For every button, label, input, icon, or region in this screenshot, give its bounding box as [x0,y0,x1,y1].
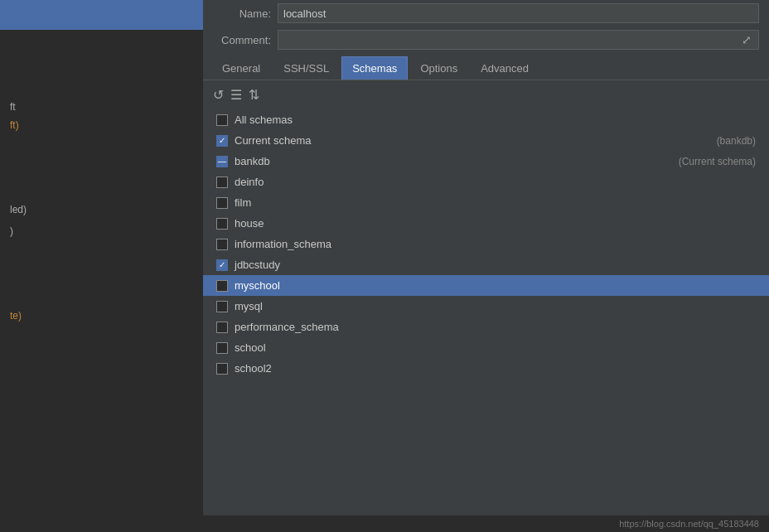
schema-item-myschool[interactable]: myschool [203,275,769,296]
schema-checkbox-deinfo[interactable] [216,177,228,188]
schema-checkbox-all-schemas[interactable] [216,114,228,126]
refresh-icon[interactable]: ↺ [213,87,224,103]
sidebar-item-ft: ft [0,96,203,118]
tab-advanced[interactable]: Advanced [470,56,539,80]
schema-label-film: film [235,196,756,209]
sidebar-item-led: led) [0,199,203,220]
schema-checkbox-school[interactable] [216,342,228,354]
tab-schemas[interactable]: Schemas [341,56,408,80]
comment-input[interactable] [282,34,738,46]
schema-label-school2: school2 [235,362,756,375]
schema-item-bankdb[interactable]: — bankdb (Current schema) [203,151,769,172]
sidebar: ft ft) led) ) te) [0,0,203,532]
schema-item-all-schemas[interactable]: All schemas [203,109,769,130]
schema-checkbox-current-schema[interactable]: ✓ [216,135,228,147]
schema-label-information-schema: information_schema [235,238,756,250]
schema-checkbox-jdbcstudy[interactable]: ✓ [216,259,228,271]
schema-checkbox-school2[interactable] [216,363,228,375]
schema-item-house[interactable]: house [203,213,769,234]
schema-label-school: school [235,341,756,354]
schema-item-jdbcstudy[interactable]: ✓ jdbcstudy [203,254,769,275]
status-bar: https://blog.csdn.net/qq_45183448 [203,515,769,532]
schema-item-information-schema[interactable]: information_schema [203,234,769,254]
name-input[interactable] [278,3,759,23]
schema-item-school2[interactable]: school2 [203,358,769,379]
tab-general[interactable]: General [211,56,271,80]
schema-item-deinfo[interactable]: deinfo [203,172,769,192]
schema-label-all-schemas: All schemas [235,114,756,126]
schema-checkbox-house[interactable] [216,218,228,230]
schema-label-performance-schema: performance_schema [235,321,756,333]
schema-item-school[interactable]: school [203,337,769,358]
schema-checkbox-information-schema[interactable] [216,239,228,250]
filter-icon[interactable]: ☰ [230,87,242,103]
sidebar-active-item[interactable] [0,0,203,30]
name-row: Name: [203,0,769,27]
schema-label-mysql: mysql [235,300,756,312]
schema-checkbox-bankdb[interactable]: — [216,156,228,167]
tabs-bar: General SSH/SSL Schemas Options Advanced [203,56,769,80]
name-label: Name: [213,7,271,20]
tab-options[interactable]: Options [409,56,468,80]
schema-list: All schemas ✓ Current schema (bankdb) — … [203,109,769,515]
schema-label-myschool: myschool [235,279,756,292]
schema-checkbox-myschool[interactable] [216,280,228,292]
schema-label-deinfo: deinfo [235,176,756,188]
sidebar-item-ft2: ft) [0,118,203,133]
sidebar-item-paren: ) [0,220,203,242]
schema-label-jdbcstudy: jdbcstudy [235,259,756,271]
schema-label-current-schema: Current schema [235,134,710,147]
main-panel: Name: Comment: ⤢ General SSH/SSL Schemas… [203,0,769,532]
schema-item-mysql[interactable]: mysql [203,296,769,317]
schema-checkbox-film[interactable] [216,197,228,209]
schema-item-current-schema[interactable]: ✓ Current schema (bankdb) [203,130,769,151]
schema-checkbox-performance-schema[interactable] [216,322,228,333]
comment-expand-button[interactable]: ⤢ [738,33,755,46]
schema-toolbar: ↺ ☰ ⇅ [203,80,769,109]
comment-row: Comment: ⤢ [203,27,769,53]
sort-icon[interactable]: ⇅ [249,87,259,103]
sidebar-item-te: te) [0,308,203,323]
status-url: https://blog.csdn.net/qq_45183448 [619,519,759,529]
schema-sub-current-schema: (bankdb) [717,135,756,147]
comment-label: Comment: [213,34,271,46]
schema-item-film[interactable]: film [203,192,769,213]
schema-label-bankdb: bankdb [235,155,672,167]
schema-item-performance-schema[interactable]: performance_schema [203,317,769,337]
tab-ssh-ssl[interactable]: SSH/SSL [273,56,340,80]
schema-sub-bankdb: (Current schema) [679,156,756,167]
schema-label-house: house [235,217,756,230]
schema-checkbox-mysql[interactable] [216,301,228,312]
